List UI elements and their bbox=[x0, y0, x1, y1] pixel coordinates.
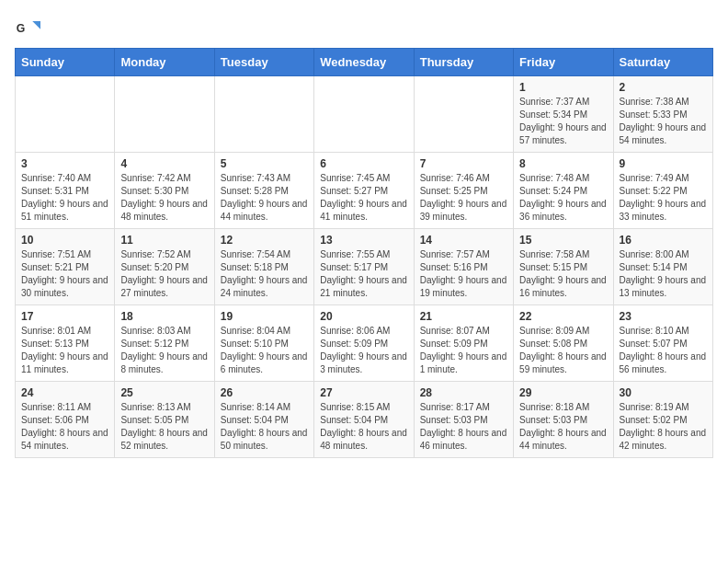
calendar-week-row: 24Sunrise: 8:11 AM Sunset: 5:06 PM Dayli… bbox=[16, 382, 713, 458]
day-info: Sunrise: 7:40 AM Sunset: 5:31 PM Dayligh… bbox=[21, 172, 108, 224]
day-of-week-header: Friday bbox=[514, 49, 613, 76]
calendar-cell: 16Sunrise: 8:00 AM Sunset: 5:14 PM Dayli… bbox=[613, 229, 712, 305]
day-number: 12 bbox=[221, 234, 308, 247]
day-number: 16 bbox=[620, 234, 707, 247]
day-info: Sunrise: 7:51 AM Sunset: 5:21 PM Dayligh… bbox=[21, 248, 108, 300]
day-number: 5 bbox=[221, 157, 308, 170]
day-number: 8 bbox=[519, 157, 607, 170]
day-number: 3 bbox=[21, 157, 108, 170]
calendar-week-row: 3Sunrise: 7:40 AM Sunset: 5:31 PM Daylig… bbox=[16, 153, 713, 229]
day-info: Sunrise: 7:42 AM Sunset: 5:30 PM Dayligh… bbox=[120, 172, 208, 224]
day-number: 7 bbox=[420, 157, 507, 170]
calendar-cell bbox=[115, 76, 214, 153]
day-number: 6 bbox=[320, 157, 407, 170]
calendar-cell: 9Sunrise: 7:49 AM Sunset: 5:22 PM Daylig… bbox=[613, 153, 712, 229]
calendar-cell: 3Sunrise: 7:40 AM Sunset: 5:31 PM Daylig… bbox=[16, 153, 115, 229]
day-number: 22 bbox=[519, 310, 607, 323]
day-info: Sunrise: 8:00 AM Sunset: 5:14 PM Dayligh… bbox=[620, 248, 707, 300]
calendar-cell: 13Sunrise: 7:55 AM Sunset: 5:17 PM Dayli… bbox=[314, 229, 414, 305]
day-of-week-header: Wednesday bbox=[314, 49, 414, 76]
day-number: 9 bbox=[620, 157, 707, 170]
calendar-cell: 27Sunrise: 8:15 AM Sunset: 5:04 PM Dayli… bbox=[314, 382, 414, 458]
day-info: Sunrise: 7:54 AM Sunset: 5:18 PM Dayligh… bbox=[221, 248, 308, 300]
calendar-cell bbox=[16, 76, 115, 153]
day-info: Sunrise: 7:43 AM Sunset: 5:28 PM Dayligh… bbox=[221, 172, 308, 224]
day-info: Sunrise: 7:48 AM Sunset: 5:24 PM Dayligh… bbox=[519, 172, 607, 224]
calendar-cell: 1Sunrise: 7:37 AM Sunset: 5:34 PM Daylig… bbox=[514, 76, 613, 153]
calendar-cell: 5Sunrise: 7:43 AM Sunset: 5:28 PM Daylig… bbox=[214, 153, 313, 229]
day-number: 20 bbox=[320, 310, 407, 323]
day-of-week-header: Saturday bbox=[613, 49, 712, 76]
day-info: Sunrise: 7:52 AM Sunset: 5:20 PM Dayligh… bbox=[120, 248, 208, 300]
calendar-cell bbox=[214, 76, 313, 153]
day-info: Sunrise: 7:58 AM Sunset: 5:15 PM Dayligh… bbox=[519, 248, 607, 300]
calendar-week-row: 10Sunrise: 7:51 AM Sunset: 5:21 PM Dayli… bbox=[16, 229, 713, 305]
day-number: 15 bbox=[519, 234, 607, 247]
day-info: Sunrise: 7:55 AM Sunset: 5:17 PM Dayligh… bbox=[320, 248, 407, 300]
calendar-cell: 19Sunrise: 8:04 AM Sunset: 5:10 PM Dayli… bbox=[214, 305, 313, 382]
calendar-cell: 28Sunrise: 8:17 AM Sunset: 5:03 PM Dayli… bbox=[414, 382, 513, 458]
svg-marker-1 bbox=[32, 21, 40, 29]
calendar-header: SundayMondayTuesdayWednesdayThursdayFrid… bbox=[16, 49, 713, 76]
day-of-week-header: Thursday bbox=[414, 49, 513, 76]
calendar-cell bbox=[314, 76, 414, 153]
day-of-week-header: Sunday bbox=[16, 49, 115, 76]
day-info: Sunrise: 8:10 AM Sunset: 5:07 PM Dayligh… bbox=[620, 325, 707, 376]
calendar-cell: 7Sunrise: 7:46 AM Sunset: 5:25 PM Daylig… bbox=[414, 153, 513, 229]
day-number: 29 bbox=[519, 386, 607, 399]
day-info: Sunrise: 7:57 AM Sunset: 5:16 PM Dayligh… bbox=[420, 248, 507, 300]
day-info: Sunrise: 8:11 AM Sunset: 5:06 PM Dayligh… bbox=[21, 401, 108, 453]
day-number: 17 bbox=[21, 310, 108, 323]
calendar-cell: 6Sunrise: 7:45 AM Sunset: 5:27 PM Daylig… bbox=[314, 153, 414, 229]
calendar-cell: 4Sunrise: 7:42 AM Sunset: 5:30 PM Daylig… bbox=[115, 153, 214, 229]
logo-icon: G bbox=[15, 15, 40, 40]
calendar-cell: 11Sunrise: 7:52 AM Sunset: 5:20 PM Dayli… bbox=[115, 229, 214, 305]
calendar-cell: 29Sunrise: 8:18 AM Sunset: 5:03 PM Dayli… bbox=[514, 382, 613, 458]
calendar-cell: 2Sunrise: 7:38 AM Sunset: 5:33 PM Daylig… bbox=[613, 76, 712, 153]
calendar-cell: 18Sunrise: 8:03 AM Sunset: 5:12 PM Dayli… bbox=[115, 305, 214, 382]
day-info: Sunrise: 7:45 AM Sunset: 5:27 PM Dayligh… bbox=[320, 172, 407, 224]
day-info: Sunrise: 7:46 AM Sunset: 5:25 PM Dayligh… bbox=[420, 172, 507, 224]
day-info: Sunrise: 8:15 AM Sunset: 5:04 PM Dayligh… bbox=[320, 401, 407, 453]
day-info: Sunrise: 8:06 AM Sunset: 5:09 PM Dayligh… bbox=[320, 325, 407, 376]
day-info: Sunrise: 8:07 AM Sunset: 5:09 PM Dayligh… bbox=[420, 325, 507, 376]
calendar-body: 1Sunrise: 7:37 AM Sunset: 5:34 PM Daylig… bbox=[16, 76, 713, 458]
logo: G bbox=[15, 15, 44, 40]
calendar-cell: 12Sunrise: 7:54 AM Sunset: 5:18 PM Dayli… bbox=[214, 229, 313, 305]
calendar-cell: 26Sunrise: 8:14 AM Sunset: 5:04 PM Dayli… bbox=[214, 382, 313, 458]
calendar-cell: 22Sunrise: 8:09 AM Sunset: 5:08 PM Dayli… bbox=[514, 305, 613, 382]
day-number: 21 bbox=[420, 310, 507, 323]
calendar-cell: 30Sunrise: 8:19 AM Sunset: 5:02 PM Dayli… bbox=[613, 382, 712, 458]
day-number: 13 bbox=[320, 234, 407, 247]
day-info: Sunrise: 8:09 AM Sunset: 5:08 PM Dayligh… bbox=[519, 325, 607, 376]
calendar-cell: 21Sunrise: 8:07 AM Sunset: 5:09 PM Dayli… bbox=[414, 305, 513, 382]
day-number: 19 bbox=[221, 310, 308, 323]
day-number: 4 bbox=[120, 157, 208, 170]
day-number: 2 bbox=[620, 81, 707, 94]
day-number: 1 bbox=[519, 81, 607, 94]
day-info: Sunrise: 8:17 AM Sunset: 5:03 PM Dayligh… bbox=[420, 401, 507, 453]
calendar-cell: 23Sunrise: 8:10 AM Sunset: 5:07 PM Dayli… bbox=[613, 305, 712, 382]
day-number: 27 bbox=[320, 386, 407, 399]
day-info: Sunrise: 8:18 AM Sunset: 5:03 PM Dayligh… bbox=[519, 401, 607, 453]
day-of-week-header: Tuesday bbox=[214, 49, 313, 76]
calendar-cell: 10Sunrise: 7:51 AM Sunset: 5:21 PM Dayli… bbox=[16, 229, 115, 305]
calendar-cell: 8Sunrise: 7:48 AM Sunset: 5:24 PM Daylig… bbox=[514, 153, 613, 229]
day-info: Sunrise: 7:37 AM Sunset: 5:34 PM Dayligh… bbox=[519, 96, 607, 147]
day-number: 14 bbox=[420, 234, 507, 247]
calendar-cell: 17Sunrise: 8:01 AM Sunset: 5:13 PM Dayli… bbox=[16, 305, 115, 382]
calendar-week-row: 17Sunrise: 8:01 AM Sunset: 5:13 PM Dayli… bbox=[16, 305, 713, 382]
day-number: 10 bbox=[21, 234, 108, 247]
day-info: Sunrise: 8:13 AM Sunset: 5:05 PM Dayligh… bbox=[120, 401, 208, 453]
day-number: 18 bbox=[120, 310, 208, 323]
day-info: Sunrise: 8:19 AM Sunset: 5:02 PM Dayligh… bbox=[620, 401, 707, 453]
calendar-table: SundayMondayTuesdayWednesdayThursdayFrid… bbox=[15, 48, 713, 458]
page-header: G bbox=[15, 15, 713, 40]
day-info: Sunrise: 8:03 AM Sunset: 5:12 PM Dayligh… bbox=[120, 325, 208, 376]
day-number: 26 bbox=[221, 386, 308, 399]
calendar-cell: 25Sunrise: 8:13 AM Sunset: 5:05 PM Dayli… bbox=[115, 382, 214, 458]
calendar-week-row: 1Sunrise: 7:37 AM Sunset: 5:34 PM Daylig… bbox=[16, 76, 713, 153]
day-number: 11 bbox=[120, 234, 208, 247]
calendar-cell: 24Sunrise: 8:11 AM Sunset: 5:06 PM Dayli… bbox=[16, 382, 115, 458]
day-info: Sunrise: 8:01 AM Sunset: 5:13 PM Dayligh… bbox=[21, 325, 108, 376]
